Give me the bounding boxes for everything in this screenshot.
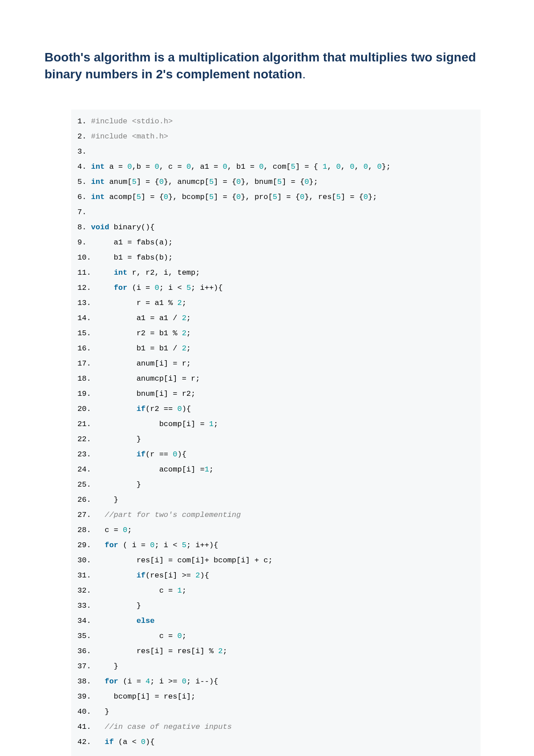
- line-number: 16.: [77, 344, 91, 353]
- code-line: 18. anumcp[i] = r;: [77, 371, 474, 386]
- code-line: 37. }: [77, 659, 474, 674]
- code-token: r2 = b1 %: [96, 329, 182, 337]
- line-number: 13.: [77, 299, 91, 307]
- code-token: 5: [291, 163, 295, 171]
- code-token: ){: [182, 405, 191, 413]
- code-token: }: [96, 707, 109, 716]
- code-token: ;: [182, 586, 186, 595]
- code-token: 4: [146, 677, 150, 686]
- code-token: ] = {: [277, 193, 300, 201]
- code-line: 33. }: [77, 598, 474, 614]
- code-line: 1. #include <stdio.h>: [77, 114, 474, 129]
- code-token: ;: [186, 314, 191, 322]
- code-token: , com[: [263, 163, 291, 171]
- code-token: if: [137, 405, 146, 413]
- document-page: Booth's algorithm is a multiplication al…: [0, 0, 534, 756]
- code-line: 39. bcomp[i] = res[i];: [77, 689, 474, 704]
- code-token: 5: [273, 193, 277, 201]
- code-token: a =: [105, 163, 127, 171]
- line-number: 7.: [77, 208, 86, 216]
- line-number: 39.: [77, 692, 91, 701]
- code-token: ,: [354, 163, 363, 171]
- code-token: ] = {: [137, 178, 159, 186]
- code-token: ] = {: [214, 193, 236, 201]
- code-token: ; i >=: [150, 677, 182, 686]
- code-token: 0: [236, 178, 241, 186]
- code-token: 0: [186, 163, 191, 171]
- code-token: ] = {: [282, 178, 304, 186]
- code-token: (res[i] >=: [146, 571, 195, 580]
- line-number: 30.: [77, 556, 91, 565]
- code-token: 2: [182, 329, 186, 337]
- code-token: 1: [209, 420, 214, 428]
- code-token: , b1 =: [227, 163, 259, 171]
- code-token: binary(){: [109, 223, 154, 232]
- line-number: 4.: [77, 163, 86, 171]
- code-token: ,: [341, 163, 350, 171]
- code-token: };: [368, 193, 377, 201]
- code-token: bcomp[i] =: [96, 420, 209, 428]
- line-number: 21.: [77, 420, 91, 428]
- code-line: 21. bcomp[i] = 1;: [77, 417, 474, 432]
- code-token: [96, 617, 137, 625]
- code-token: }, res[: [304, 193, 336, 201]
- code-line: 4. int a = 0,b = 0, c = 0, a1 = 0, b1 = …: [77, 159, 474, 175]
- code-line: 19. bnum[i] = r2;: [77, 386, 474, 402]
- code-line: 11. int r, r2, i, temp;: [77, 265, 474, 280]
- code-token: #include <stdio.h>: [91, 117, 173, 126]
- code-token: [96, 405, 137, 413]
- code-token: ] = {: [341, 193, 364, 201]
- code-token: 2: [182, 344, 186, 353]
- code-token: }: [96, 480, 141, 489]
- line-number: 2.: [77, 132, 86, 141]
- code-token: }: [96, 662, 118, 671]
- code-token: ] = {: [295, 163, 323, 171]
- code-token: 0: [364, 163, 368, 171]
- line-number: 5.: [77, 178, 86, 186]
- code-line: 26. }: [77, 492, 474, 508]
- line-number: 27.: [77, 511, 91, 519]
- code-token: [96, 677, 105, 686]
- code-token: 0: [177, 632, 182, 640]
- code-token: r = a1 %: [96, 299, 178, 307]
- code-token: (i =: [127, 284, 154, 292]
- code-token: 5: [209, 193, 214, 201]
- code-token: acomp[i] =: [96, 465, 205, 474]
- line-number: 23.: [77, 450, 91, 459]
- code-token: 0: [300, 193, 304, 201]
- line-number: 25.: [77, 480, 91, 489]
- code-line: 10. b1 = fabs(b);: [77, 250, 474, 265]
- code-token: for: [105, 541, 118, 549]
- line-number: 35.: [77, 632, 91, 640]
- code-line: 41. //in case of negative inputs: [77, 719, 474, 735]
- code-token: if: [137, 450, 146, 459]
- code-token: acomp[: [105, 193, 136, 201]
- code-token: int: [114, 268, 128, 277]
- code-token: 0: [304, 178, 309, 186]
- code-token: ; i <: [159, 284, 186, 292]
- code-token: 1: [323, 163, 327, 171]
- code-token: c =: [96, 526, 123, 534]
- code-token: a1 = fabs(a);: [91, 238, 173, 247]
- code-token: 0: [164, 193, 168, 201]
- code-line: 36. res[i] = res[i] % 2;: [77, 644, 474, 659]
- code-line: 28. c = 0;: [77, 523, 474, 538]
- code-token: [96, 268, 114, 277]
- code-token: 5: [209, 178, 214, 186]
- line-number: 32.: [77, 586, 91, 595]
- code-token: int: [91, 193, 105, 201]
- code-line: 22. }: [77, 432, 474, 447]
- code-token: 0: [141, 738, 146, 746]
- code-line: 40. }: [77, 704, 474, 719]
- code-token: ; i--){: [186, 677, 218, 686]
- code-token: ; i <: [154, 541, 182, 549]
- code-token: 0: [159, 178, 164, 186]
- line-number: 38.: [77, 677, 91, 686]
- code-line: 27. //part for two's complementing: [77, 508, 474, 523]
- line-number: 33.: [77, 602, 91, 610]
- code-token: int: [91, 163, 105, 171]
- code-token: if: [137, 571, 146, 580]
- code-token: [96, 511, 105, 519]
- code-token: //part for two's complementing: [105, 511, 241, 519]
- line-number: 20.: [77, 405, 91, 413]
